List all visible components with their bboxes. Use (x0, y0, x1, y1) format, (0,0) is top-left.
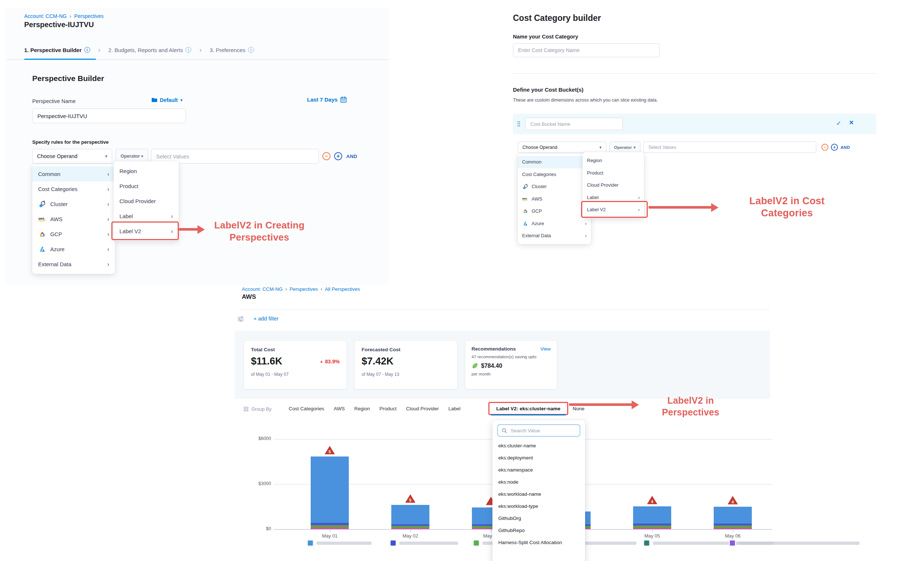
dropdown-value-option[interactable]: eks:node (497, 476, 580, 488)
submenu-item[interactable]: Product (114, 179, 179, 194)
add-rule-button[interactable] (831, 144, 838, 151)
submenu-item[interactable]: Product (582, 167, 644, 179)
dropdown-value-option[interactable]: eks:workload-name (497, 488, 580, 500)
savings-leaf-icon (471, 362, 478, 369)
breadcrumb: Account: CCM-NG Perspectives (24, 13, 104, 19)
breadcrumb-perspectives-link[interactable]: Perspectives (290, 286, 318, 292)
dropdown-value-option[interactable]: eks:cluster-name (497, 440, 580, 452)
breadcrumb-all-perspectives-link[interactable]: All Perspectives (325, 286, 360, 292)
view-recommendations-link[interactable]: View (540, 346, 550, 352)
submenu-item[interactable]: Cloud Provider (582, 179, 644, 191)
folder-label: Default (160, 97, 178, 103)
cancel-bucket-button[interactable] (849, 119, 854, 127)
chevron-right-icon (107, 201, 109, 208)
cost-bucket-panel (513, 114, 876, 134)
add-rule-button[interactable] (334, 152, 342, 160)
calendar-icon (340, 96, 346, 103)
tab-budgets-reports-alerts[interactable]: 2. Budgets, Reports and Alerts (108, 47, 191, 53)
dropdown-value-option[interactable]: GithubRepo (497, 524, 580, 537)
group-by-option[interactable]: Cloud Provider (406, 406, 438, 411)
operand-menu-item[interactable]: Cost Categories (518, 168, 591, 181)
caret-down-icon (633, 145, 636, 150)
screenshot-canvas: Account: CCM-NG Perspectives Perspective… (0, 0, 924, 561)
operand-menu-item[interactable]: Common (32, 167, 115, 182)
filter-icon[interactable] (237, 316, 244, 322)
menu-item-label: Cloud Provider (587, 182, 618, 188)
operand-menu-item[interactable]: Cluster (32, 197, 115, 212)
chevron-right-icon (98, 46, 100, 54)
submenu-item[interactable]: Region (114, 164, 179, 179)
select-values-input[interactable] (644, 141, 816, 153)
dropdown-value-option[interactable]: eks:workload-type (497, 500, 580, 512)
tab-preferences[interactable]: 3. Preferences (210, 47, 254, 53)
labelv2-value-dropdown: eks:cluster-nameeks:deploymenteks:namesp… (492, 420, 585, 561)
tab-perspective-builder[interactable]: 1. Perspective Builder (24, 47, 90, 53)
operator-dropdown[interactable]: Operator (609, 141, 640, 153)
date-range-label: Last 7 Days (307, 96, 338, 103)
operand-menu-item[interactable]: aws AWS (518, 193, 591, 205)
menu-item-label: Cluster (50, 201, 68, 207)
group-by-option[interactable]: Region (354, 406, 370, 411)
operand-menu-item[interactable]: Cost Categories (32, 182, 115, 197)
group-by-option[interactable]: Label (448, 406, 460, 411)
submenu-item[interactable]: Label V2 (582, 203, 644, 216)
dropdown-value-option[interactable]: eks:namespace (497, 464, 580, 476)
dropdown-value-option[interactable]: GithubOrg (497, 512, 580, 524)
group-by-option[interactable]: Cost Categories (289, 406, 324, 411)
breadcrumb-perspectives-link[interactable]: Perspectives (74, 13, 104, 19)
group-by-option-none[interactable]: None (573, 406, 584, 411)
and-label: AND (346, 153, 357, 159)
operand-menu-item[interactable]: aws AWS (32, 212, 115, 227)
cost-category-name-input[interactable] (513, 43, 660, 57)
tab-label: 1. Perspective Builder (24, 47, 82, 53)
operand-menu-item[interactable]: GCP (518, 205, 591, 217)
operand-menu: Common Cost Categories Cluster aws (32, 164, 115, 274)
choose-operand-dropdown[interactable]: Choose Operand (518, 141, 606, 153)
dropdown-value-option[interactable]: Harness-Split Cost Allocation (497, 537, 580, 549)
choose-operand-dropdown[interactable]: Choose Operand (32, 149, 112, 164)
remove-rule-button[interactable] (821, 144, 828, 151)
operand-menu-item[interactable]: Cluster (518, 180, 591, 193)
submenu-item[interactable]: Label V2 (114, 224, 179, 239)
breadcrumb-account-link[interactable]: Account: CCM-NG (24, 13, 67, 19)
section-heading: Perspective Builder (32, 74, 104, 83)
confirm-bucket-button[interactable] (836, 120, 841, 127)
operand-menu-item[interactable]: Common (518, 156, 591, 168)
perspective-title: AWS (242, 293, 256, 301)
menu-item-label: Product (120, 183, 138, 189)
info-icon (185, 47, 191, 53)
chevron-right-icon (638, 207, 640, 212)
date-range-selector[interactable]: Last 7 Days (307, 96, 346, 103)
search-value-box[interactable] (497, 424, 580, 437)
dropdown-value-option[interactable]: eks:deployment (497, 452, 580, 464)
group-by-active-option[interactable]: Label V2: eks:cluster-name (496, 406, 561, 411)
drag-handle-icon[interactable] (518, 121, 520, 127)
submenu-item[interactable]: Region (582, 154, 644, 167)
operand-menu-item[interactable]: External Data (32, 257, 115, 272)
chevron-right-icon (171, 228, 173, 235)
operand-menu-item[interactable]: Azure (518, 217, 591, 230)
menu-item-label: Product (587, 170, 603, 176)
menu-item-label: GCP (50, 231, 62, 237)
submenu-item[interactable]: Label (114, 209, 179, 224)
submenu-item[interactable]: Cloud Provider (114, 194, 179, 209)
cost-bucket-name-input[interactable] (525, 118, 623, 130)
group-by-option[interactable]: AWS (334, 406, 345, 411)
menu-item-label: Azure (532, 221, 544, 226)
breadcrumb: Account: CCM-NG Perspectives All Perspec… (242, 286, 360, 292)
remove-rule-button[interactable] (322, 152, 330, 160)
folder-selector[interactable]: Default (152, 97, 183, 103)
card-title: Forecasted Cost (362, 347, 450, 352)
add-filter-link[interactable]: + add filter (254, 316, 279, 322)
group-by-option[interactable]: Product (380, 406, 397, 411)
operand-menu-item[interactable]: External Data (518, 230, 591, 242)
search-value-input[interactable] (510, 427, 576, 434)
operand-menu-item[interactable]: Azure (32, 242, 115, 257)
operand-menu-item[interactable]: GCP (32, 227, 115, 242)
annotation-arrow (179, 228, 198, 231)
cluster-icon (38, 200, 46, 208)
chevron-right-icon (321, 286, 322, 292)
submenu-item[interactable]: Label (582, 191, 644, 204)
breadcrumb-account-link[interactable]: Account: CCM-NG (242, 286, 283, 292)
perspective-name-input[interactable] (32, 108, 186, 123)
